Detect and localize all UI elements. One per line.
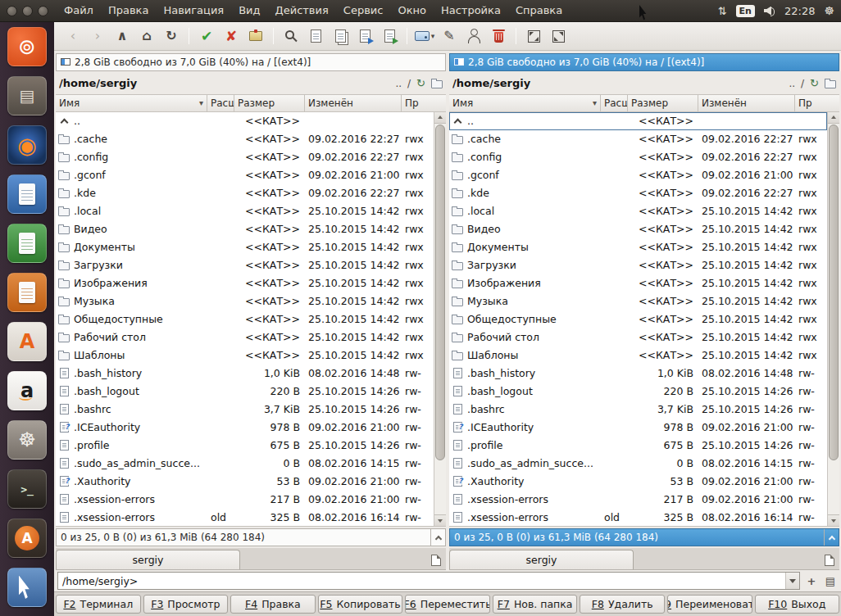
scroll-track[interactable] <box>434 124 446 514</box>
ubuntu-software-icon[interactable]: A <box>7 322 47 361</box>
keyboard-layout-indicator[interactable]: En <box>736 5 755 17</box>
column-header-name[interactable]: Имя▾ <box>56 95 207 111</box>
file-row[interactable]: Музыка <<КАТ>> 25.10.2015 14:42 rwx <box>56 292 434 310</box>
system-settings-icon[interactable]: ☸ <box>7 420 47 460</box>
libreoffice-writer-icon[interactable] <box>7 174 47 214</box>
file-row[interactable]: .xsession-errors old 325 B 08.02.2016 16… <box>449 509 827 526</box>
session-gear-icon[interactable]: ☸ <box>824 4 834 17</box>
libreoffice-impress-icon[interactable] <box>7 273 47 312</box>
cursor-launcher-icon[interactable] <box>7 568 47 607</box>
file-row[interactable]: Музыка <<КАТ>> 25.10.2015 14:42 rwx <box>449 292 827 310</box>
forward-icon[interactable]: › <box>87 25 108 47</box>
file-row[interactable]: Загрузки <<КАТ>> 25.10.2015 14:42 rwx <box>449 256 827 274</box>
file-row[interactable]: .Xauthority 53 B 09.02.2016 21:00 rw- <box>449 473 827 491</box>
verify-checksums-icon[interactable]: ✔ <box>196 25 217 47</box>
maximize-panel-icon[interactable] <box>523 25 544 47</box>
menu-item[interactable]: Вид <box>231 0 267 21</box>
new-tab-button[interactable] <box>428 551 444 569</box>
file-row[interactable]: Документы <<КАТ>> 25.10.2015 14:42 rwx <box>449 238 827 256</box>
tab-sergiy[interactable]: sergiy <box>449 550 634 569</box>
fkey-button[interactable]: F8 Удалить <box>580 595 665 614</box>
software-center-icon[interactable]: A <box>7 519 47 558</box>
file-row[interactable]: .profile 675 B 25.10.2015 14:26 rw- <box>449 437 827 455</box>
menu-item[interactable]: Навигация <box>156 0 231 21</box>
free-space-bar[interactable]: 2,8 GiB свободно из 7,0 GiB (40%) на / [… <box>56 53 446 71</box>
file-row[interactable]: Изображения <<КАТ>> 25.10.2015 14:42 rwx <box>56 274 434 292</box>
refresh-dir-icon[interactable]: ↻ <box>416 78 425 88</box>
file-row[interactable]: .profile 675 B 25.10.2015 14:26 rw- <box>56 437 434 455</box>
scrollbar[interactable] <box>434 112 446 526</box>
pack-archive-icon[interactable] <box>245 25 266 47</box>
search-icon[interactable] <box>280 25 302 47</box>
parent-dir-button[interactable]: .. <box>789 79 795 88</box>
file-row[interactable]: Видео <<КАТ>> 25.10.2015 14:42 rwx <box>56 220 434 238</box>
file-row[interactable]: .xsession-errors 217 B 09.02.2016 21:00 … <box>56 491 434 509</box>
firefox-icon[interactable]: ◉ <box>7 125 47 165</box>
drive-select-icon[interactable]: ▾ <box>414 25 435 47</box>
menu-item[interactable]: Справка <box>508 0 570 21</box>
scroll-down-icon[interactable] <box>434 514 446 526</box>
column-header-size[interactable]: Размер <box>234 95 305 111</box>
fkey-button[interactable]: F3 Просмотр <box>143 595 229 614</box>
file-row[interactable]: .config <<КАТ>> 09.02.2016 22:27 rwx <box>56 148 434 166</box>
fkey-button[interactable]: F6 Переместить <box>405 595 490 614</box>
parent-dir-button[interactable]: .. <box>395 79 402 88</box>
cmdline-plus-icon[interactable]: + <box>804 573 819 589</box>
collapse-button[interactable] <box>430 529 445 546</box>
file-row[interactable]: .ICEauthority 978 B 09.02.2016 21:00 rw- <box>449 419 827 437</box>
menu-item[interactable]: Настройка <box>434 0 508 21</box>
file-row[interactable]: .. <<КАТ>> <box>56 112 434 130</box>
file-row[interactable]: .local <<КАТ>> 25.10.2015 14:42 rwx <box>56 202 434 220</box>
file-row[interactable]: .bashrc 3,7 KiB 25.10.2015 14:26 rw- <box>449 401 827 419</box>
swap-panels-icon[interactable] <box>548 25 569 47</box>
file-row[interactable]: Рабочий стол <<КАТ>> 25.10.2015 14:42 rw… <box>56 328 434 346</box>
folder-menu-icon[interactable] <box>825 80 836 88</box>
fkey-button[interactable]: F7 Нов. папка <box>493 595 578 614</box>
file-row[interactable]: .ICEauthority 978 B 09.02.2016 21:00 rw- <box>56 419 434 437</box>
scroll-down-icon[interactable] <box>828 514 839 526</box>
file-row[interactable]: .Xauthority 53 B 09.02.2016 21:00 rw- <box>56 473 434 491</box>
scroll-thumb[interactable] <box>829 125 839 460</box>
file-row[interactable]: .cache <<КАТ>> 09.02.2016 22:27 rwx <box>449 130 827 148</box>
menu-item[interactable]: Правка <box>101 0 156 21</box>
file-row[interactable]: .bash_logout 220 B 25.10.2015 14:26 rw- <box>449 383 827 401</box>
fkey-button[interactable]: F10 Выход <box>755 595 840 614</box>
ubuntu-dash-icon[interactable]: ⊚ <box>7 27 47 66</box>
file-row[interactable]: .bash_history 1,0 KiB 08.02.2016 14:48 r… <box>449 365 827 383</box>
maximize-button[interactable] <box>38 6 48 16</box>
column-header-perm[interactable]: Пр <box>402 95 446 111</box>
refresh-dir-icon[interactable]: ↻ <box>810 78 819 88</box>
tab-sergiy[interactable]: sergiy <box>56 550 240 569</box>
scrollbar[interactable] <box>827 112 839 526</box>
back-icon[interactable]: ‹ <box>62 25 84 47</box>
column-header-ext[interactable]: Расш <box>601 95 628 111</box>
file-row[interactable]: .kde <<КАТ>> 09.02.2016 22:27 rwx <box>56 184 434 202</box>
file-row[interactable]: .cache <<КАТ>> 09.02.2016 22:27 rwx <box>56 130 434 148</box>
terminal-icon[interactable]: >_ <box>7 469 47 509</box>
folder-menu-icon[interactable] <box>431 80 443 88</box>
file-row[interactable]: .kde <<КАТ>> 09.02.2016 22:27 rwx <box>449 184 827 202</box>
file-row[interactable]: Рабочий стол <<КАТ>> 25.10.2015 14:42 rw… <box>449 328 827 346</box>
updown-arrows-icon[interactable]: ⇅ <box>718 5 727 17</box>
move-document-icon[interactable] <box>354 25 375 47</box>
collapse-button[interactable] <box>824 529 839 546</box>
file-row[interactable]: .gconf <<КАТ>> 09.02.2016 21:00 rwx <box>56 166 434 184</box>
refresh-icon[interactable]: ↻ <box>161 25 182 47</box>
scroll-track[interactable] <box>828 124 839 514</box>
menu-item[interactable]: Окно <box>390 0 434 21</box>
root-dir-button[interactable]: / <box>407 79 411 88</box>
amazon-icon[interactable]: a <box>7 371 47 410</box>
cmdline-panel-icon[interactable]: ▤ <box>823 573 838 589</box>
menu-item[interactable]: Сервис <box>336 0 391 21</box>
file-row[interactable]: Общедоступные <<КАТ>> 25.10.2015 14:42 r… <box>449 310 827 328</box>
file-row[interactable]: .xsession-errors old 325 B 08.02.2016 16… <box>56 509 434 526</box>
cancel-icon[interactable]: ✘ <box>220 25 242 47</box>
home-icon[interactable]: ⌂ <box>136 25 157 47</box>
file-row[interactable]: .bash_history 1,0 KiB 08.02.2016 14:48 r… <box>56 365 434 383</box>
clock[interactable]: 22:28 <box>784 5 815 17</box>
column-header-date[interactable]: Изменён <box>698 95 795 111</box>
copy-documents-icon[interactable] <box>330 25 351 47</box>
file-row[interactable]: .gconf <<КАТ>> 09.02.2016 21:00 rwx <box>449 166 827 184</box>
command-line-input[interactable]: /home/sergiy> <box>57 572 800 590</box>
scroll-up-icon[interactable] <box>828 112 839 124</box>
